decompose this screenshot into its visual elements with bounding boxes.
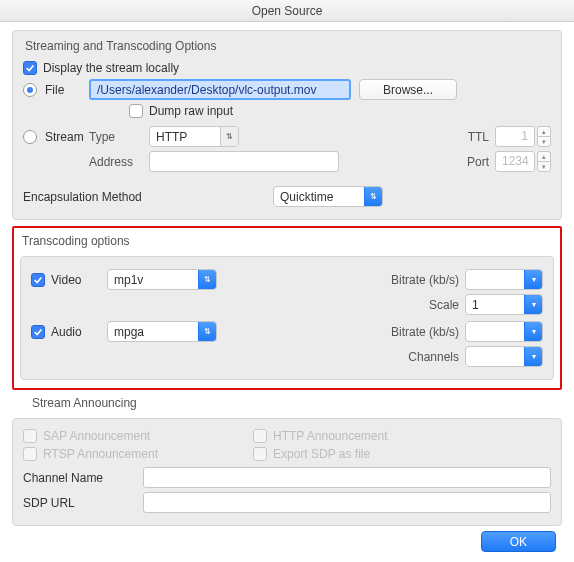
file-radio[interactable] (23, 83, 37, 97)
updown-icon: ⇅ (198, 270, 216, 289)
address-input[interactable] (149, 151, 339, 172)
audio-label: Audio (51, 325, 107, 339)
port-label: Port (459, 155, 489, 169)
port-stepper[interactable]: ▴▾ (537, 151, 551, 172)
rtsp-checkbox (23, 447, 37, 461)
type-select[interactable]: HTTP ⇅ (149, 126, 239, 147)
address-label: Address (89, 155, 149, 169)
export-sdp-checkbox (253, 447, 267, 461)
browse-button[interactable]: Browse... (359, 79, 457, 100)
video-codec-select[interactable]: mp1v ⇅ (107, 269, 217, 290)
audio-bitrate-label: Bitrate (kb/s) (379, 325, 459, 339)
file-radio-label: File (45, 83, 89, 97)
export-sdp-label: Export SDP as file (273, 447, 370, 461)
transcoding-header: Transcoding options (22, 234, 554, 248)
dump-raw-label: Dump raw input (149, 104, 233, 118)
encaps-label: Encapsulation Method (23, 190, 273, 204)
video-codec-value: mp1v (108, 273, 198, 287)
scale-select[interactable]: 1 ▾ (465, 294, 543, 315)
http-ann-checkbox (253, 429, 267, 443)
display-locally-checkbox[interactable] (23, 61, 37, 75)
dropdown-icon: ▾ (524, 322, 542, 341)
scale-value: 1 (466, 298, 524, 312)
type-label: Type (89, 130, 149, 144)
updown-icon: ⇅ (364, 187, 382, 206)
dropdown-icon: ▾ (524, 347, 542, 366)
audio-codec-value: mpga (108, 325, 198, 339)
video-checkbox[interactable] (31, 273, 45, 287)
streaming-group: Streaming and Transcoding Options Displa… (12, 30, 562, 220)
announce-group: SAP Announcement HTTP Announcement RTSP … (12, 418, 562, 526)
audio-checkbox[interactable] (31, 325, 45, 339)
ok-button[interactable]: OK (481, 531, 556, 552)
audio-bitrate-select[interactable]: ▾ (465, 321, 543, 342)
streaming-header: Streaming and Transcoding Options (25, 39, 551, 53)
audio-codec-select[interactable]: mpga ⇅ (107, 321, 217, 342)
display-locally-label: Display the stream locally (43, 61, 179, 75)
channels-select[interactable]: ▾ (465, 346, 543, 367)
encaps-select[interactable]: Quicktime ⇅ (273, 186, 383, 207)
video-label: Video (51, 273, 107, 287)
file-path-input[interactable]: /Users/alexander/Desktop/vlc-output.mov (89, 79, 351, 100)
transcoding-highlight-box: Transcoding options Video mp1v ⇅ Bitrate… (12, 226, 562, 390)
updown-icon: ⇅ (198, 322, 216, 341)
stream-radio[interactable] (23, 130, 37, 144)
dump-raw-checkbox[interactable] (129, 104, 143, 118)
video-bitrate-select[interactable]: ▾ (465, 269, 543, 290)
video-bitrate-label: Bitrate (kb/s) (379, 273, 459, 287)
channel-name-label: Channel Name (23, 471, 143, 485)
type-select-value: HTTP (150, 130, 220, 144)
sdp-url-input[interactable] (143, 492, 551, 513)
encaps-value: Quicktime (274, 190, 364, 204)
ttl-input[interactable]: 1 (495, 126, 535, 147)
stream-radio-label: Stream (45, 130, 89, 144)
dropdown-icon: ▾ (524, 295, 542, 314)
dropdown-icon: ▾ (524, 270, 542, 289)
channel-name-input[interactable] (143, 467, 551, 488)
rtsp-label: RTSP Announcement (43, 447, 158, 461)
updown-icon: ⇅ (220, 127, 238, 146)
sap-checkbox (23, 429, 37, 443)
announce-header: Stream Announcing (32, 396, 562, 410)
sdp-url-label: SDP URL (23, 496, 143, 510)
port-input[interactable]: 1234 (495, 151, 535, 172)
ttl-stepper[interactable]: ▴▾ (537, 126, 551, 147)
ttl-label: TTL (459, 130, 489, 144)
channels-label: Channels (379, 350, 459, 364)
http-ann-label: HTTP Announcement (273, 429, 388, 443)
scale-label: Scale (379, 298, 459, 312)
sap-label: SAP Announcement (43, 429, 150, 443)
window-title: Open Source (0, 0, 574, 22)
